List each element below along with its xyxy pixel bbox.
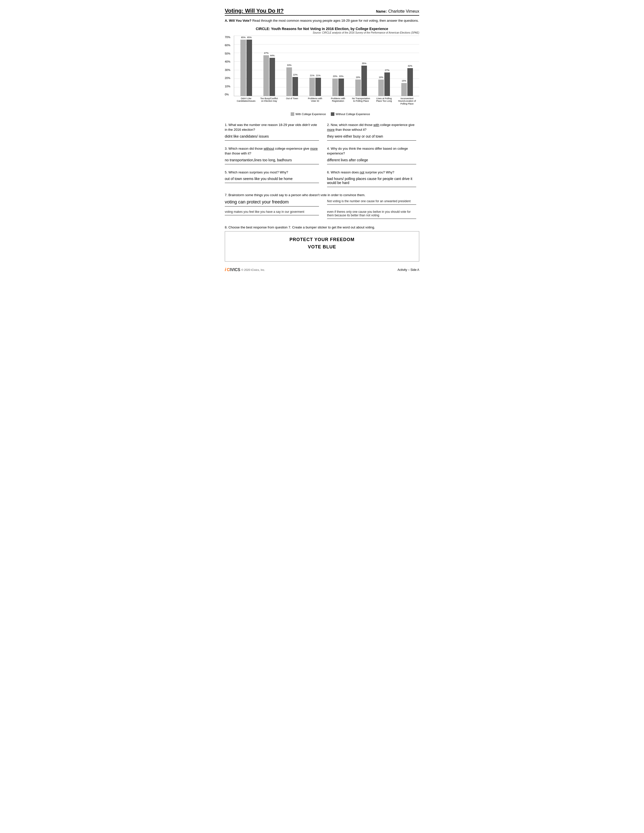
question-1-cell: 1. What was the number one reason 18-29 … xyxy=(225,121,322,144)
bar-with-4: 21% xyxy=(309,78,315,96)
legend-with: With College Experience xyxy=(291,113,326,116)
section-8-prompt: 8. Choose the best response from questio… xyxy=(225,225,419,229)
y-axis: 70% 60% 50% 40% 30% 20% 10% 0% xyxy=(225,35,230,96)
chart-section: CIRCLE: Youth Reasons for Not Voting in … xyxy=(225,27,419,116)
logo: iCIVICS xyxy=(225,267,240,272)
bar-group-3: 33% 22% xyxy=(281,68,304,96)
s7-answer-4-cell: even if theres only one cause you belive… xyxy=(322,209,419,222)
questions-grid: 1. What was the number one reason 18-29 … xyxy=(225,121,419,191)
bar-without-5: 20% xyxy=(338,79,344,96)
footer-page: Activity – Side A xyxy=(398,268,419,272)
question-1-text: 1. What was the number one reason 18-29 … xyxy=(225,122,319,132)
bar-group-7: 19% 27% xyxy=(373,72,395,96)
question-6-text: 6. Which reason does not surprise you? W… xyxy=(327,170,416,175)
question-3-cell: 3. Which reason did those without colleg… xyxy=(225,144,322,168)
bar-with-2: 47% xyxy=(263,55,269,96)
bumper-sticker: PROTECT YOUR FREEDOMVOTE BLUE xyxy=(225,231,419,262)
bar-group-4: 21% 21% xyxy=(304,78,327,96)
bar-with-1: 65% xyxy=(240,40,246,96)
bar-without-6: 35% xyxy=(361,66,367,96)
footer-copyright: © 2020 iCivics, Inc. xyxy=(241,269,265,271)
bar-without-7: 27% xyxy=(385,72,390,96)
bar-with-6: 19% xyxy=(355,79,361,96)
question-4-answer: different lives after college xyxy=(327,158,416,162)
bars-container: 65% 65% 47% 44% xyxy=(234,35,419,96)
name-section: Name: Charlotte Vimeux xyxy=(376,9,419,14)
bar-with-7: 19% xyxy=(378,79,384,96)
question-1-answer: didnt like candidates/ issues xyxy=(225,134,319,139)
section-7-prompt: 7. Brainstorm some things you could say … xyxy=(225,193,419,197)
chart-source: Source: CIRCLE analysis of the 2016 Surv… xyxy=(225,31,419,34)
bar-group-2: 47% 44% xyxy=(258,55,280,96)
question-2-answer: they were either busy or out of town xyxy=(327,134,416,139)
page-title: Voting: Will You Do It? xyxy=(225,8,283,14)
legend-with-label: With College Experience xyxy=(295,113,326,116)
s7-answer-2-cell: Not voting is the number one cause for a… xyxy=(322,199,419,209)
page-header: Voting: Will You Do It? Name: Charlotte … xyxy=(225,8,419,16)
bar-group-5: 20% 20% xyxy=(327,79,349,96)
question-3-answer: no transportantion,lines too long, badho… xyxy=(225,158,319,162)
question-3-text: 3. Which reason did those without colleg… xyxy=(225,146,319,156)
bar-without-1: 65% xyxy=(246,40,252,96)
legend-without-box xyxy=(331,113,334,116)
question-5-text: 5. Which reason surprises you most? Why? xyxy=(225,170,319,175)
question-6-answer: bad hours/ polling places cause for peop… xyxy=(327,176,416,185)
bar-without-3: 22% xyxy=(293,77,298,96)
section-7: 7. Brainstorm some things you could say … xyxy=(225,193,419,222)
s7-answer-1: voting can protect your freedom xyxy=(225,199,319,205)
legend-without-label: Without College Experience xyxy=(336,113,370,116)
question-5-cell: 5. Which reason surprises you most? Why?… xyxy=(225,168,322,191)
question-5-answer: out of town seems like you should be hom… xyxy=(225,176,319,181)
question-2-text: 2. Now, which reason did those with coll… xyxy=(327,122,416,132)
bar-without-4: 21% xyxy=(316,78,321,96)
s7-answer-3-cell: voting makes you feel like you have a sa… xyxy=(225,209,322,222)
section-a-bold: A. Will You Vote? xyxy=(225,19,251,23)
bar-without-8: 32% xyxy=(407,68,413,96)
bar-group-1: 65% 65% xyxy=(235,40,258,96)
section-a-intro: A. Will You Vote? Read through the most … xyxy=(225,18,419,23)
s7-answer-1-cell: voting can protect your freedom xyxy=(225,199,322,209)
logo-civics: CIVICS xyxy=(227,268,240,272)
x-labels: Didn't LikeCandidates/Issues Too Busy/Co… xyxy=(234,97,419,105)
s7-answer-4: even if theres only one cause you belive… xyxy=(327,210,416,217)
name-label: Name: xyxy=(376,9,387,13)
legend-without: Without College Experience xyxy=(331,113,370,116)
page-footer: iCIVICS © 2020 iCivics, Inc. Activity – … xyxy=(225,266,419,272)
section-a-text: Read through the most common reasons you… xyxy=(251,19,419,23)
footer-left: iCIVICS © 2020 iCivics, Inc. xyxy=(225,267,265,272)
bar-with-8: 15% xyxy=(401,83,407,96)
bar-with-3: 33% xyxy=(287,68,292,96)
bumper-sticker-text: PROTECT YOUR FREEDOMVOTE BLUE xyxy=(290,236,354,251)
chart-legend: With College Experience Without College … xyxy=(242,113,419,116)
question-4-text: 4. Why do you think the reasons differ b… xyxy=(327,146,416,156)
student-name: Charlotte Vimeux xyxy=(388,9,419,14)
chart-title: CIRCLE: Youth Reasons for Not Voting in … xyxy=(225,27,419,31)
bar-with-5: 20% xyxy=(332,79,338,96)
legend-with-box xyxy=(291,113,294,116)
section-8: 8. Choose the best response from questio… xyxy=(225,225,419,262)
question-6-cell: 6. Which reason does not surprise you? W… xyxy=(322,168,419,191)
bar-without-2: 44% xyxy=(269,58,275,96)
gridline-50 xyxy=(234,53,419,53)
chart-area: 65% 65% 47% 44% xyxy=(234,35,419,96)
bar-group-6: 19% 35% xyxy=(350,66,372,96)
section-7-grid: voting can protect your freedom Not voti… xyxy=(225,199,419,222)
question-2-cell: 2. Now, which reason did those with coll… xyxy=(322,121,419,144)
logo-i: i xyxy=(225,267,226,272)
s7-answer-3: voting makes you feel like you have a sa… xyxy=(225,210,319,214)
question-4-cell: 4. Why do you think the reasons differ b… xyxy=(322,144,419,168)
bar-group-8: 15% 32% xyxy=(396,68,418,96)
s7-answer-2: Not voting is the number one cause for a… xyxy=(327,199,416,203)
gridline-70 xyxy=(234,35,419,36)
